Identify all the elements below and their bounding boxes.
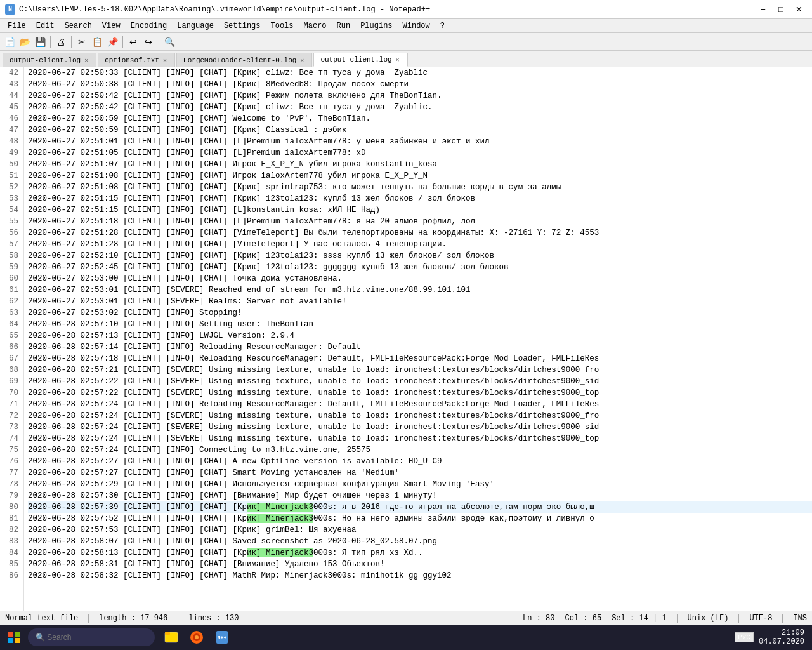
- line-number-76: 76: [3, 456, 18, 467]
- menu-item-settings[interactable]: Settings: [219, 20, 266, 32]
- line-number-59: 59: [3, 262, 18, 273]
- status-eol: Unix (LF): [688, 614, 729, 623]
- close-button[interactable]: ✕: [790, 3, 807, 16]
- line-number-46: 46: [3, 113, 18, 124]
- status-encoding: UTF-8: [749, 614, 772, 623]
- log-line-84: 2020-06-28 02:58:13 [CLIENT] [INFO] [CHA…: [28, 547, 812, 559]
- line-number-58: 58: [3, 250, 18, 262]
- taskbar-time: 21:09: [782, 628, 804, 637]
- log-line-highlight-84: ик] Minerjack3: [247, 548, 313, 557]
- line-number-67: 67: [3, 353, 18, 364]
- log-line-71: 2020-06-28 02:57:24 [CLIENT] [INFO] Relo…: [28, 399, 812, 410]
- log-line-78: 2020-06-28 02:57:29 [CLIENT] [INFO] [CHA…: [28, 479, 812, 490]
- menu-item-language[interactable]: Language: [172, 20, 219, 32]
- status-separator-2: [178, 614, 178, 623]
- tab-close-tab4[interactable]: ✕: [395, 56, 401, 63]
- tab-close-tab1[interactable]: ✕: [83, 56, 89, 64]
- tab-close-tab2[interactable]: ✕: [162, 56, 168, 64]
- taskbar-right: РУС 21:09 04.07.2020: [735, 628, 809, 646]
- log-line-65: 2020-06-28 02:57:13 [CLIENT] [INFO] LWJG…: [28, 330, 812, 342]
- log-line-highlight-81: ик] Minerjack3: [247, 514, 313, 523]
- menu-item-search[interactable]: Search: [60, 20, 97, 32]
- tab-tab4[interactable]: output-client.log✕: [313, 53, 407, 67]
- log-line-73: 2020-06-28 02:57:24 [CLIENT] [SEVERE] Us…: [28, 421, 812, 433]
- line-number-74: 74: [3, 433, 18, 444]
- start-button[interactable]: [3, 627, 25, 647]
- menu-item-encoding[interactable]: Encoding: [126, 20, 173, 32]
- menu-item-macro[interactable]: Macro: [299, 20, 332, 32]
- redo-button[interactable]: ↪: [141, 35, 155, 49]
- taskbar-search-input[interactable]: [28, 628, 155, 646]
- open-button[interactable]: 📂: [18, 35, 32, 49]
- taskbar-app-browser[interactable]: [185, 626, 208, 649]
- menu-item-window[interactable]: Window: [398, 20, 435, 32]
- line-number-60: 60: [3, 273, 18, 284]
- cut-button[interactable]: ✂: [75, 35, 89, 49]
- editor-content[interactable]: 4243444546474849505152535455565758596061…: [0, 67, 812, 611]
- line-number-77: 77: [3, 467, 18, 479]
- log-line-49: 2020-06-27 02:51:05 [CLIENT] [INFO] [CHA…: [28, 147, 812, 159]
- menu-item-edit[interactable]: Edit: [31, 20, 60, 32]
- log-line-74: 2020-06-28 02:57:24 [CLIENT] [SEVERE] Us…: [28, 433, 812, 444]
- log-line-77: 2020-06-28 02:57:27 [CLIENT] [INFO] [CHA…: [28, 467, 812, 479]
- line-number-62: 62: [3, 296, 18, 307]
- log-line-67: 2020-06-28 02:57:18 [CLIENT] [INFO] Relo…: [28, 353, 812, 364]
- minimize-button[interactable]: −: [755, 3, 771, 16]
- log-line-54: 2020-06-27 02:51:15 [CLIENT] [INFO] [CHA…: [28, 204, 812, 216]
- log-line-66: 2020-06-28 02:57:14 [CLIENT] [INFO] Relo…: [28, 342, 812, 353]
- tab-label-tab4: output-client.log: [320, 56, 391, 63]
- log-line-42: 2020-06-27 02:50:33 [CLIENT] [INFO] [CHA…: [28, 67, 812, 79]
- print-button[interactable]: 🖨: [54, 35, 68, 49]
- toolbar: 📄 📂 💾 🖨 ✂ 📋 📌 ↩ ↪ 🔍: [0, 33, 812, 51]
- svg-rect-3: [15, 638, 20, 643]
- window-title: C:\Users\TEMP.les-5-18.002\AppData\Roami…: [19, 5, 430, 14]
- menu-item-file[interactable]: File: [3, 20, 31, 32]
- taskbar-app-notepad[interactable]: N++: [211, 626, 233, 649]
- line-number-57: 57: [3, 239, 18, 250]
- editor-area: 4243444546474849505152535455565758596061…: [0, 67, 812, 611]
- log-lines: 2020-06-27 02:50:33 [CLIENT] [INFO] [CHA…: [24, 67, 812, 611]
- line-number-65: 65: [3, 330, 18, 342]
- save-button[interactable]: 💾: [33, 35, 47, 49]
- tab-close-tab3[interactable]: ✕: [299, 56, 305, 64]
- svg-point-8: [195, 635, 199, 639]
- tab-tab1[interactable]: output-client.log✕: [3, 53, 96, 67]
- paste-button[interactable]: 📌: [105, 35, 119, 49]
- menu-item-tools[interactable]: Tools: [265, 20, 298, 32]
- log-line-80: 2020-06-28 02:57:39 [CLIENT] [INFO] [CHA…: [28, 501, 812, 513]
- line-number-86: 86: [3, 570, 18, 581]
- tab-tab2[interactable]: optionsof.txt✕: [98, 53, 175, 67]
- menu-item-plugins[interactable]: Plugins: [355, 20, 397, 32]
- log-line-45: 2020-06-27 02:50:42 [CLIENT] [INFO] [CHA…: [28, 102, 812, 113]
- copy-button[interactable]: 📋: [90, 35, 104, 49]
- find-button[interactable]: 🔍: [162, 35, 176, 49]
- log-line-83: 2020-06-28 02:58:07 [CLIENT] [INFO] [CHA…: [28, 536, 812, 547]
- line-number-43: 43: [3, 79, 18, 90]
- line-number-68: 68: [3, 364, 18, 376]
- log-line-68: 2020-06-28 02:57:21 [CLIENT] [SEVERE] Us…: [28, 364, 812, 376]
- status-bar: Normal text file length : 17 946 lines :…: [0, 611, 812, 625]
- tab-tab3[interactable]: ForgeModLoader-client-0.log✕: [176, 53, 312, 67]
- taskbar-app-explorer[interactable]: [160, 626, 183, 649]
- log-line-47: 2020-06-27 02:50:59 [CLIENT] [INFO] [CHA…: [28, 124, 812, 136]
- menu-item-run[interactable]: Run: [332, 20, 356, 32]
- line-number-64: 64: [3, 319, 18, 330]
- status-separator-3: [677, 614, 678, 623]
- log-line-86: 2020-06-28 02:58:32 [CLIENT] [INFO] [CHA…: [28, 570, 812, 581]
- taskbar: N++ РУС 21:09 04.07.2020: [0, 625, 812, 650]
- taskbar-date: 04.07.2020: [759, 637, 804, 646]
- new-button[interactable]: 📄: [3, 35, 16, 49]
- line-number-63: 63: [3, 307, 18, 319]
- log-line-53: 2020-06-27 02:51:15 [CLIENT] [INFO] [CHA…: [28, 193, 812, 204]
- log-line-69: 2020-06-28 02:57:22 [CLIENT] [SEVERE] Us…: [28, 376, 812, 387]
- log-line-48: 2020-06-27 02:51:01 [CLIENT] [INFO] [CHA…: [28, 136, 812, 147]
- log-line-64: 2020-06-28 02:57:10 [CLIENT] [INFO] Sett…: [28, 319, 812, 330]
- line-number-84: 84: [3, 547, 18, 559]
- maximize-button[interactable]: □: [773, 3, 789, 16]
- log-line-43: 2020-06-27 02:50:38 [CLIENT] [INFO] [CHA…: [28, 79, 812, 90]
- menu-item-?[interactable]: ?: [435, 20, 450, 32]
- menu-item-view[interactable]: View: [97, 20, 126, 32]
- status-separator-1: [88, 614, 89, 623]
- undo-button[interactable]: ↩: [126, 35, 140, 49]
- log-line-60: 2020-06-27 02:53:00 [CLIENT] [INFO] [CHA…: [28, 273, 812, 284]
